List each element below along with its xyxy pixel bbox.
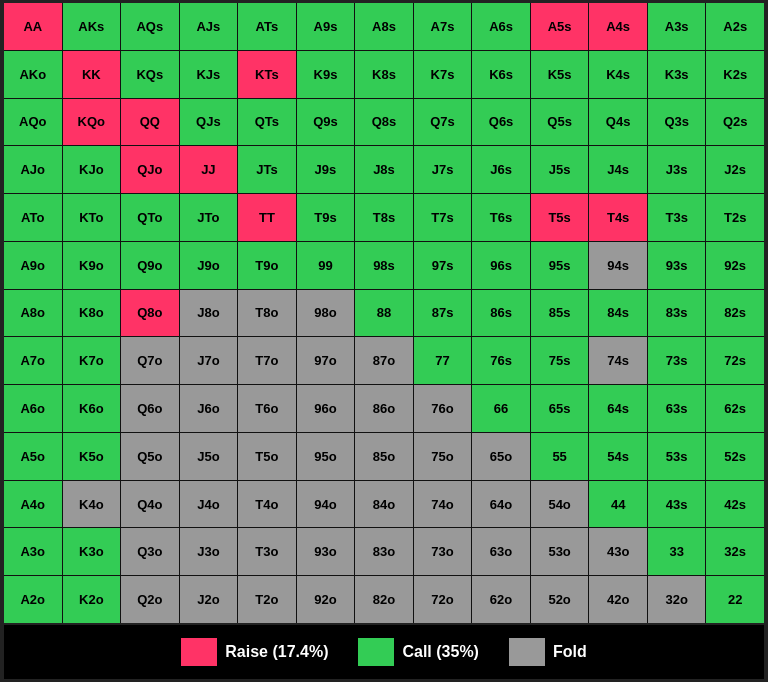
cell-jto[interactable]: JTo: [180, 194, 238, 241]
cell-32s[interactable]: 32s: [706, 528, 764, 575]
cell-82o[interactable]: 82o: [355, 576, 413, 623]
cell-j3s[interactable]: J3s: [648, 146, 706, 193]
cell-kjs[interactable]: KJs: [180, 51, 238, 98]
cell-t3s[interactable]: T3s: [648, 194, 706, 241]
cell-aks[interactable]: AKs: [63, 3, 121, 50]
cell-93s[interactable]: 93s: [648, 242, 706, 289]
cell-j5s[interactable]: J5s: [531, 146, 589, 193]
cell-j9s[interactable]: J9s: [297, 146, 355, 193]
cell-64o[interactable]: 64o: [472, 481, 530, 528]
cell-q9s[interactable]: Q9s: [297, 99, 355, 146]
cell-99[interactable]: 99: [297, 242, 355, 289]
cell-62o[interactable]: 62o: [472, 576, 530, 623]
cell-ajs[interactable]: AJs: [180, 3, 238, 50]
cell-aqs[interactable]: AQs: [121, 3, 179, 50]
cell-77[interactable]: 77: [414, 337, 472, 384]
cell-ats[interactable]: ATs: [238, 3, 296, 50]
cell-j3o[interactable]: J3o: [180, 528, 238, 575]
cell-a5o[interactable]: A5o: [4, 433, 62, 480]
cell-44[interactable]: 44: [589, 481, 647, 528]
cell-65s[interactable]: 65s: [531, 385, 589, 432]
cell-96o[interactable]: 96o: [297, 385, 355, 432]
cell-84o[interactable]: 84o: [355, 481, 413, 528]
cell-qto[interactable]: QTo: [121, 194, 179, 241]
cell-kk[interactable]: KK: [63, 51, 121, 98]
cell-95s[interactable]: 95s: [531, 242, 589, 289]
cell-55[interactable]: 55: [531, 433, 589, 480]
cell-j4o[interactable]: J4o: [180, 481, 238, 528]
cell-t8o[interactable]: T8o: [238, 290, 296, 337]
cell-qts[interactable]: QTs: [238, 99, 296, 146]
cell-a4s[interactable]: A4s: [589, 3, 647, 50]
cell-k9s[interactable]: K9s: [297, 51, 355, 98]
cell-q5s[interactable]: Q5s: [531, 99, 589, 146]
cell-qq[interactable]: QQ: [121, 99, 179, 146]
cell-k4s[interactable]: K4s: [589, 51, 647, 98]
cell-j7o[interactable]: J7o: [180, 337, 238, 384]
cell-k7s[interactable]: K7s: [414, 51, 472, 98]
cell-q3s[interactable]: Q3s: [648, 99, 706, 146]
cell-94o[interactable]: 94o: [297, 481, 355, 528]
cell-j9o[interactable]: J9o: [180, 242, 238, 289]
cell-54o[interactable]: 54o: [531, 481, 589, 528]
cell-t2o[interactable]: T2o: [238, 576, 296, 623]
cell-q4o[interactable]: Q4o: [121, 481, 179, 528]
cell-a8o[interactable]: A8o: [4, 290, 62, 337]
cell-k3s[interactable]: K3s: [648, 51, 706, 98]
cell-a9o[interactable]: A9o: [4, 242, 62, 289]
cell-93o[interactable]: 93o: [297, 528, 355, 575]
cell-q9o[interactable]: Q9o: [121, 242, 179, 289]
cell-73s[interactable]: 73s: [648, 337, 706, 384]
cell-q8o[interactable]: Q8o: [121, 290, 179, 337]
cell-ajo[interactable]: AJo: [4, 146, 62, 193]
cell-q5o[interactable]: Q5o: [121, 433, 179, 480]
cell-83s[interactable]: 83s: [648, 290, 706, 337]
cell-97s[interactable]: 97s: [414, 242, 472, 289]
cell-k2o[interactable]: K2o: [63, 576, 121, 623]
cell-52s[interactable]: 52s: [706, 433, 764, 480]
cell-a8s[interactable]: A8s: [355, 3, 413, 50]
cell-96s[interactable]: 96s: [472, 242, 530, 289]
cell-jj[interactable]: JJ: [180, 146, 238, 193]
cell-a5s[interactable]: A5s: [531, 3, 589, 50]
cell-a2s[interactable]: A2s: [706, 3, 764, 50]
cell-a6o[interactable]: A6o: [4, 385, 62, 432]
cell-92s[interactable]: 92s: [706, 242, 764, 289]
cell-98s[interactable]: 98s: [355, 242, 413, 289]
cell-q6o[interactable]: Q6o: [121, 385, 179, 432]
cell-42o[interactable]: 42o: [589, 576, 647, 623]
cell-63s[interactable]: 63s: [648, 385, 706, 432]
cell-t8s[interactable]: T8s: [355, 194, 413, 241]
cell-42s[interactable]: 42s: [706, 481, 764, 528]
cell-53o[interactable]: 53o: [531, 528, 589, 575]
cell-72s[interactable]: 72s: [706, 337, 764, 384]
cell-ako[interactable]: AKo: [4, 51, 62, 98]
cell-98o[interactable]: 98o: [297, 290, 355, 337]
cell-22[interactable]: 22: [706, 576, 764, 623]
cell-q4s[interactable]: Q4s: [589, 99, 647, 146]
cell-k9o[interactable]: K9o: [63, 242, 121, 289]
cell-j2s[interactable]: J2s: [706, 146, 764, 193]
cell-k6o[interactable]: K6o: [63, 385, 121, 432]
cell-52o[interactable]: 52o: [531, 576, 589, 623]
cell-k8s[interactable]: K8s: [355, 51, 413, 98]
cell-43o[interactable]: 43o: [589, 528, 647, 575]
cell-76s[interactable]: 76s: [472, 337, 530, 384]
cell-t6s[interactable]: T6s: [472, 194, 530, 241]
cell-qjo[interactable]: QJo: [121, 146, 179, 193]
cell-t5s[interactable]: T5s: [531, 194, 589, 241]
cell-75o[interactable]: 75o: [414, 433, 472, 480]
cell-jts[interactable]: JTs: [238, 146, 296, 193]
cell-j7s[interactable]: J7s: [414, 146, 472, 193]
cell-k2s[interactable]: K2s: [706, 51, 764, 98]
cell-43s[interactable]: 43s: [648, 481, 706, 528]
cell-j4s[interactable]: J4s: [589, 146, 647, 193]
cell-j8s[interactable]: J8s: [355, 146, 413, 193]
cell-t4o[interactable]: T4o: [238, 481, 296, 528]
cell-a4o[interactable]: A4o: [4, 481, 62, 528]
cell-53s[interactable]: 53s: [648, 433, 706, 480]
cell-66[interactable]: 66: [472, 385, 530, 432]
cell-74o[interactable]: 74o: [414, 481, 472, 528]
cell-t5o[interactable]: T5o: [238, 433, 296, 480]
cell-k5o[interactable]: K5o: [63, 433, 121, 480]
